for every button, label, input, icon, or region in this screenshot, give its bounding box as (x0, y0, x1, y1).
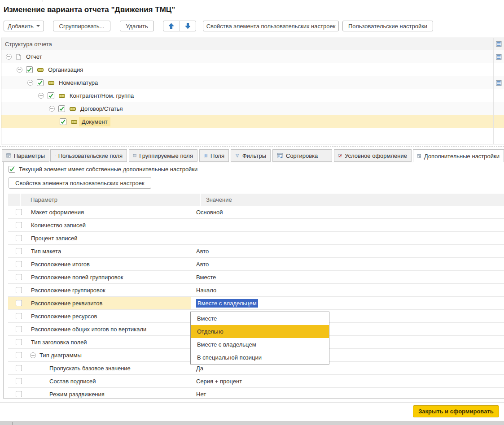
group-button[interactable]: Сгруппировать... (53, 21, 110, 31)
collapse-icon[interactable] (17, 67, 22, 73)
add-button-label: Добавить (8, 23, 33, 30)
param-row[interactable]: Расположение группировокНачало (8, 284, 504, 297)
param-row[interactable]: Режим раздвиженияНет (8, 388, 504, 399)
tree-node-label: Договор/Статья (80, 105, 123, 112)
tree-node-row[interactable]: Организация (1, 63, 504, 76)
fields-icon (496, 41, 502, 47)
tree-node-checkbox[interactable] (26, 66, 33, 73)
param-row[interactable]: Расположение полей группировокВместе (8, 271, 504, 284)
tab-item-4[interactable]: Фильтры (231, 149, 271, 162)
param-checkbox[interactable] (16, 339, 22, 345)
collapse-icon[interactable] (6, 54, 12, 60)
param-checkbox[interactable] (16, 209, 22, 215)
delete-button[interactable]: Удалить (120, 21, 154, 31)
tree-node-label: Номенклатура (59, 79, 98, 86)
param-row[interactable]: Количество записей (8, 219, 504, 232)
tab-item-6[interactable]: Условное оформление (334, 149, 412, 162)
tree-node-row[interactable]: Договор/Статья (1, 102, 504, 115)
close-and-generate-button[interactable]: Закрыть и сформировать (413, 405, 499, 417)
param-row[interactable]: Расположение реквизитовВместе с владельц… (8, 297, 504, 310)
param-row[interactable]: Макет оформленияОсновной (8, 206, 504, 219)
tab-item-2[interactable]: Группируемые поля (129, 149, 197, 162)
param-name: Состав подписей (49, 378, 96, 385)
param-checkbox[interactable] (16, 222, 22, 228)
param-name: Расположение итогов (31, 261, 90, 268)
param-checkbox[interactable] (16, 261, 22, 267)
tree-node-row[interactable]: Документ (1, 115, 504, 128)
param-name: Режим раздвижения (49, 391, 105, 398)
param-row[interactable]: Расположение итоговАвто (8, 258, 504, 271)
group-icon (48, 80, 54, 86)
footer-separator (0, 402, 504, 403)
tab-label: Сортировка (286, 152, 318, 159)
tab-item-3[interactable]: Поля (199, 149, 229, 162)
param-checkbox[interactable] (16, 235, 22, 241)
param-checkbox[interactable] (16, 248, 22, 254)
dropdown-option[interactable]: Вместе (191, 312, 329, 325)
collapse-icon[interactable] (30, 352, 36, 358)
tree-node-checkbox[interactable] (48, 92, 54, 99)
element-props-button[interactable]: Свойства элемента пользовательских настр… (9, 177, 151, 189)
close-and-generate-label: Закрыть и сформировать (418, 408, 494, 415)
filter-icon (235, 152, 240, 159)
splitter[interactable] (0, 146, 504, 147)
param-row[interactable]: Тип макетаАвто (8, 245, 504, 258)
param-name: Расположение реквизитов (31, 300, 102, 307)
group-icon (70, 106, 76, 112)
check-icon (59, 106, 65, 112)
dropdown-option[interactable]: Отдельно (191, 325, 329, 338)
param-value: Начало (196, 287, 216, 294)
collapse-icon[interactable] (27, 80, 33, 86)
tab-item-5[interactable]: Сортировка (272, 149, 332, 162)
param-value: Авто (196, 248, 209, 255)
param-checkbox[interactable] (16, 287, 22, 293)
user-settings-label: Пользовательские настройки (348, 23, 427, 30)
user-settings-button[interactable]: Пользовательские настройки (342, 21, 433, 31)
param-row[interactable]: Состав подписейСерия + процент (8, 375, 504, 388)
sort-icon (277, 152, 283, 159)
param-name: Расположение полей группировок (31, 274, 123, 281)
tab-item-1[interactable]: fПользовательские поля (50, 149, 127, 162)
tree-node-row[interactable]: Отчет (1, 50, 504, 63)
param-value: Авто (196, 261, 209, 268)
fields-icon (204, 152, 208, 159)
header-value-column: Значение (201, 194, 504, 206)
param-checkbox[interactable] (16, 313, 22, 319)
tree-node-row[interactable]: Контрагент/Ном. группа (1, 89, 504, 102)
own-settings-checkbox[interactable] (9, 166, 15, 173)
move-up-button[interactable] (163, 21, 180, 31)
param-checkbox[interactable] (16, 391, 22, 397)
param-checkbox[interactable] (16, 378, 22, 384)
tree-node-checkbox[interactable] (60, 118, 66, 125)
arrow-down-icon (185, 23, 191, 29)
window-chrome-tick (43, 0, 43, 2)
user-fields-icon: f (55, 152, 56, 159)
value-editor[interactable]: Вместе с владельцем (196, 300, 258, 307)
tab-label: Дополнительные настройки (424, 153, 500, 160)
tree-node-checkbox[interactable] (37, 79, 44, 86)
collapse-icon[interactable] (38, 93, 44, 99)
check-icon (37, 80, 43, 86)
param-checkbox[interactable] (16, 274, 22, 280)
chevron-down-icon (36, 25, 40, 27)
parameters-rows: Макет оформленияОсновнойКоличество запис… (8, 206, 504, 399)
add-button[interactable]: Добавить (4, 21, 44, 31)
parameters-table-header: Параметр Значение (8, 194, 504, 206)
tab-additional-settings[interactable]: Дополнительные настройки (413, 149, 504, 162)
param-checkbox[interactable] (16, 365, 22, 371)
element-user-settings-props-button[interactable]: Свойства элемента пользовательских настр… (203, 21, 339, 31)
dropdown-option[interactable]: В специальной позиции (191, 351, 329, 364)
param-checkbox[interactable] (16, 326, 22, 332)
tree-node-row[interactable]: Номенклатура (1, 76, 504, 89)
param-checkbox[interactable] (16, 300, 22, 306)
param-name: Тип заголовка полей (31, 339, 87, 346)
tab-item-0[interactable]: Параметры (2, 149, 49, 162)
tree-node-checkbox[interactable] (58, 105, 65, 112)
check-icon (60, 119, 66, 125)
param-row[interactable]: Процент записей (8, 232, 504, 245)
dropdown-option[interactable]: Вместе с владельцем (191, 338, 329, 351)
move-down-button[interactable] (180, 21, 196, 31)
param-checkbox[interactable] (16, 352, 22, 358)
collapse-icon[interactable] (49, 106, 55, 112)
param-value: Нет (196, 391, 206, 398)
